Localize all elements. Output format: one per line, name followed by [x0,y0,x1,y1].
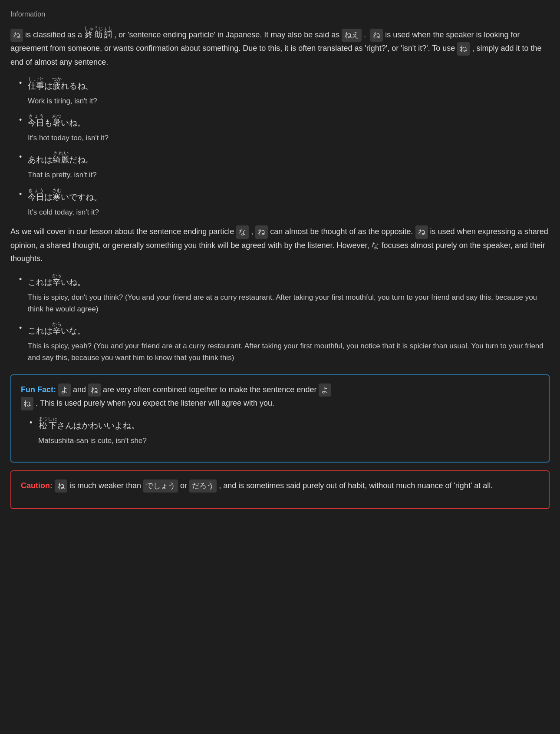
fun-fact-part3: are very often combined together to make… [103,385,319,394]
middle-part3: can almost be thought of as the opposite… [270,227,415,236]
example-5-jp: これは辛からいね。 [28,273,550,291]
tag-ne-3: ね [457,42,470,56]
fun-fact-box: Fun Fact: よ and ね are very often combine… [10,374,550,463]
intro-part2: , or 'sentence ending particle' in Japan… [114,30,342,39]
example-4-jp: 今日きょうは寒さむいですね。 [28,188,550,205]
fun-fact-label: Fun Fact: [21,385,56,394]
tag-ne-mid2: ね [415,225,428,239]
tag-ne-fun: ね [88,384,101,397]
examples-list-2: これは辛からいね。 This is spicy, don't you think… [19,273,550,364]
caution-label: Caution: [21,481,53,490]
example-4-en: It's cold today, isn't it? [28,206,550,218]
example-1-en: Work is tiring, isn't it? [28,95,550,107]
tag-darou: だろう [189,479,217,493]
caution-text: Caution: ね is much weaker than でしょう or だ… [21,479,539,493]
intro-paragraph: ね is classified as a 終助詞しゅうじょし , or 'sen… [10,26,550,69]
tag-deshou: でしょう [143,479,178,493]
example-3: あれは綺麗きれいだね。 That is pretty, isn't it? [19,151,550,181]
example-4: 今日きょうは寒さむいですね。 It's cold today, isn't it… [19,188,550,218]
caution-part3: , and is sometimes said purely out of ha… [219,481,493,490]
tag-ne-caution: ね [55,479,67,493]
example-1: 仕事しごとは疲つかれるね。 Work is tiring, isn't it? [19,77,550,107]
tag-nee: ねえ [342,29,362,42]
info-block: ね is classified as a 終助詞しゅうじょし , or 'sen… [10,26,550,364]
examples-list-1: 仕事しごとは疲つかれるね。 Work is tiring, isn't it? … [19,77,550,218]
example-2-jp: 今日きょうも暑あついね。 [28,114,550,131]
fun-fact-text: Fun Fact: よ and ね are very often combine… [21,383,539,411]
example-6-jp: これは辛からいな。 [28,322,550,339]
example-6: これは辛からいな。 This is spicy, yeah? (You and … [19,322,550,364]
tag-yo-ne-2: ね [21,397,33,410]
tag-yo: よ [58,384,71,397]
tag-yo-ne-1: よ [319,384,331,397]
example-3-jp: あれは綺麗きれいだね。 [28,151,550,168]
middle-part2: , [251,227,255,236]
example-5: これは辛からいね。 This is spicy, don't you think… [19,273,550,315]
shuujoshi-ruby: 終助詞しゅうじょし [84,30,112,39]
fun-fact-examples: 松下まつしたさんはかわいいよね。 Matsushita-san is cute,… [30,417,539,446]
caution-part2: is much weaker than [69,481,143,490]
caution-or: or [180,481,189,490]
tag-na: な [236,225,249,239]
tag-ne-mid: ね [255,225,268,239]
example-6-en: This is spicy, yeah? (You and your frien… [28,340,550,364]
middle-paragraph: As we will cover in our lesson about the… [10,225,550,265]
fun-fact-part4: . This is used purely when you expect th… [36,399,274,407]
caution-box: Caution: ね is much weaker than でしょう or だ… [10,470,550,509]
tag-ne-2: ね [370,29,383,42]
fun-fact-en: Matsushita-san is cute, isn't she? [38,435,539,446]
tag-ne-intro: ね [10,29,23,42]
example-2-en: It's hot today too, isn't it? [28,132,550,144]
fun-fact-and: and [73,385,88,394]
fun-fact-jp: 松下まつしたさんはかわいいよね。 [38,417,539,434]
intro-part1: is classified as a [25,30,84,39]
example-2: 今日きょうも暑あついね。 It's hot today too, isn't i… [19,114,550,144]
example-3-en: That is pretty, isn't it? [28,169,550,181]
example-5-en: This is spicy, don't you think? (You and… [28,291,550,315]
example-1-jp: 仕事しごとは疲つかれるね。 [28,77,550,94]
section-title: Information [10,9,550,20]
middle-part1: As we will cover in our lesson about the… [10,227,236,236]
fun-fact-example-1: 松下まつしたさんはかわいいよね。 Matsushita-san is cute,… [30,417,539,446]
